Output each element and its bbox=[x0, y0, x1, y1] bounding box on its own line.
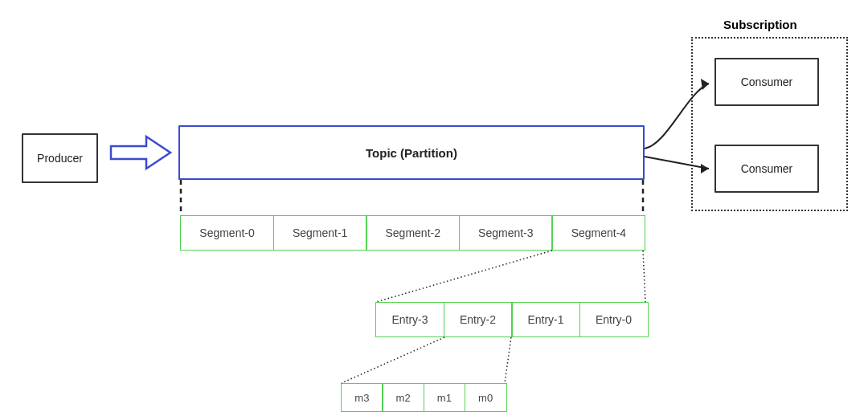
producer-label: Producer bbox=[37, 152, 83, 165]
segment-4: Segment-4 bbox=[551, 215, 645, 251]
entry-0: Entry-0 bbox=[579, 302, 649, 337]
consumer-box-1: Consumer bbox=[714, 58, 819, 106]
producer-box: Producer bbox=[22, 133, 98, 183]
segment-1: Segment-1 bbox=[273, 215, 367, 251]
segment4-entries-dot-left bbox=[376, 251, 552, 302]
entry2-messages-dot-left bbox=[342, 337, 444, 383]
message-m0: m0 bbox=[465, 383, 507, 412]
consumer-label-1: Consumer bbox=[741, 75, 793, 88]
topic-label: Topic (Partition) bbox=[366, 146, 457, 160]
producer-to-topic-arrow bbox=[111, 137, 170, 169]
consumer-label-2: Consumer bbox=[741, 162, 793, 175]
message-m3: m3 bbox=[341, 383, 383, 412]
entry-3: Entry-3 bbox=[375, 302, 444, 337]
entry-2: Entry-2 bbox=[444, 302, 513, 337]
messages-row: m3 m2 m1 m0 bbox=[341, 383, 506, 412]
entry-1: Entry-1 bbox=[511, 302, 580, 337]
subscription-title: Subscription bbox=[723, 18, 797, 31]
segment4-entries-dot-right bbox=[643, 251, 645, 302]
segment-3: Segment-3 bbox=[459, 215, 553, 251]
consumer-box-2: Consumer bbox=[714, 145, 819, 193]
message-m2: m2 bbox=[382, 383, 424, 412]
segment-2: Segment-2 bbox=[366, 215, 460, 251]
entry2-messages-dot-right bbox=[505, 337, 511, 383]
entries-row: Entry-3 Entry-2 Entry-1 Entry-0 bbox=[375, 302, 647, 337]
segment-0: Segment-0 bbox=[180, 215, 274, 251]
topic-partition-box: Topic (Partition) bbox=[178, 125, 645, 180]
segments-row: Segment-0 Segment-1 Segment-2 Segment-3 … bbox=[180, 215, 645, 251]
message-m1: m1 bbox=[424, 383, 466, 412]
